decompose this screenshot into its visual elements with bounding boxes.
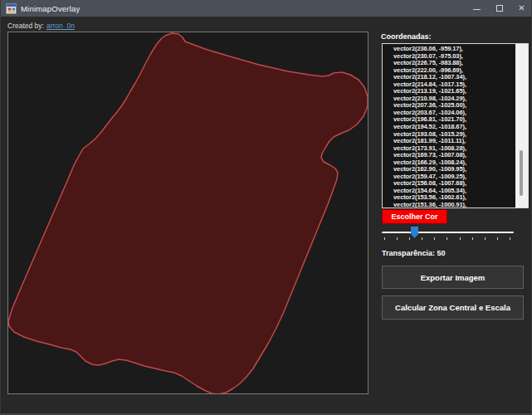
vertical-scrollbar[interactable] [515, 44, 528, 208]
choose-color-button[interactable]: Escolher Cor [382, 209, 447, 224]
title-bar: MinimapOverlay ✕ [1, 0, 532, 17]
export-image-button[interactable]: Exportar Imagem [382, 266, 524, 289]
created-by-label: Created by: [7, 22, 44, 30]
coordinates-list: vector2(236.06, -959.17),vector2(230.07,… [383, 46, 515, 208]
slider-ticks [384, 237, 510, 240]
minimap-canvas [7, 32, 368, 394]
transparency-label: Transparência: 50 [382, 249, 446, 257]
minimize-button-icon[interactable] [466, 0, 488, 17]
scrollbar-thumb[interactable] [520, 150, 523, 196]
maximize-button-icon[interactable] [488, 0, 510, 17]
calculate-zone-button[interactable]: Calcular Zona Central e Escala [382, 295, 524, 320]
created-by: Created by:arron_0n [7, 22, 75, 30]
window-title: MinimapOverlay [21, 4, 80, 13]
zone-polygon [8, 33, 368, 393]
coordinates-label: Coordenadas: [381, 32, 432, 41]
author-link[interactable]: arron_0n [46, 22, 75, 30]
close-button-icon[interactable]: ✕ [510, 0, 532, 17]
app-icon [6, 3, 17, 14]
coordinates-listbox[interactable]: vector2(236.06, -959.17),vector2(230.07,… [382, 43, 529, 208]
transparency-slider-thumb[interactable] [411, 227, 418, 238]
transparency-slider-track[interactable] [382, 232, 514, 233]
list-item[interactable]: vector2(151.36, -1000.91), [383, 202, 515, 208]
